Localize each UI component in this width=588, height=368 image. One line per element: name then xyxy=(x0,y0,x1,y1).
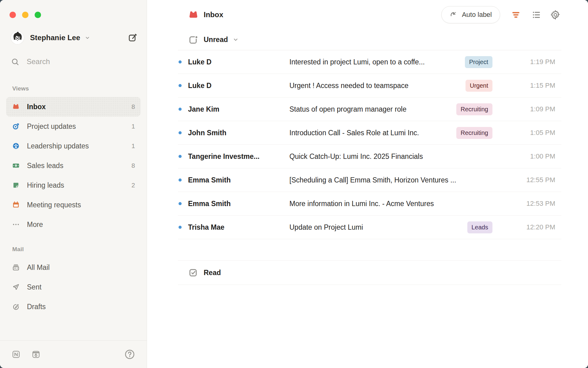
sidebar-item-label: Meeting requests xyxy=(27,201,135,209)
email-subject: Quick Catch-Up: Lumi Inc. 2025 Financial… xyxy=(289,152,485,161)
notion-logo-icon[interactable] xyxy=(12,350,21,359)
settings-gear-icon[interactable] xyxy=(550,10,560,20)
unread-icon xyxy=(188,35,199,45)
read-section-label: Read xyxy=(204,269,221,277)
email-row[interactable]: Emma Smith More information in Lumi Inc.… xyxy=(178,192,561,216)
views-list: Inbox 8 Project updates 1 Leadership upd… xyxy=(6,97,141,234)
sidebar-item-count: 1 xyxy=(131,142,135,150)
search-input[interactable]: Search xyxy=(11,55,50,68)
email-subject: Update on Project Lumi xyxy=(289,223,460,232)
email-time: 12:53 PM xyxy=(492,200,561,208)
email-row[interactable]: Emma Smith [Scheduling a Call] Emma Smit… xyxy=(178,168,561,192)
email-sender: Emma Smith xyxy=(188,176,289,184)
email-subject: Urgent ! Access needed to teamspace xyxy=(289,82,458,90)
sidebar-item-more[interactable]: More xyxy=(6,215,141,234)
email-sender: Luke D xyxy=(188,82,289,90)
compose-button[interactable] xyxy=(128,33,138,43)
inbox-icon xyxy=(188,10,198,20)
views-section-label: Views xyxy=(6,82,141,97)
sidebar-item-meeting-requests[interactable]: Meeting requests xyxy=(6,195,141,215)
auto-label-button[interactable]: Auto label xyxy=(441,6,500,23)
list-view-icon[interactable] xyxy=(532,10,541,20)
draft-icon xyxy=(12,303,20,310)
banknote-icon xyxy=(12,162,20,169)
email-sender: Luke D xyxy=(188,58,289,66)
unread-dot-icon xyxy=(179,131,182,134)
mail-list: All Mail Sent Drafts xyxy=(6,258,141,316)
sidebar-item-project-updates[interactable]: Project updates 1 xyxy=(6,117,141,136)
email-time: 1:15 PM xyxy=(492,82,561,90)
email-subject: Status of open program manager role xyxy=(289,105,449,113)
mail-section-label: Mail xyxy=(6,242,141,258)
email-label-badge: Urgent xyxy=(466,80,492,92)
help-icon[interactable] xyxy=(124,349,135,360)
email-label-badge: Leads xyxy=(467,221,493,233)
zoom-window-button[interactable] xyxy=(35,12,41,18)
sidebar-item-all-mail[interactable]: All Mail xyxy=(6,258,141,277)
sidebar-item-sent[interactable]: Sent xyxy=(6,277,141,297)
unread-dot-icon xyxy=(179,84,182,87)
email-sender: Trisha Mae xyxy=(188,223,289,232)
email-list-panel: Unread Luke D Interested in project Lumi… xyxy=(178,29,561,285)
sidebar-item-count: 8 xyxy=(131,162,135,169)
account-name[interactable]: Stephanie Lee xyxy=(30,33,80,42)
email-time: 1:00 PM xyxy=(492,152,561,160)
sidebar-item-label: More xyxy=(27,220,135,229)
minimize-window-button[interactable] xyxy=(22,12,28,18)
email-label-badge: Project xyxy=(465,56,492,68)
sidebar: Stephanie Lee Search Views Inbox 8 Proje… xyxy=(0,0,147,368)
note-icon xyxy=(12,182,20,189)
avatar xyxy=(11,31,24,44)
email-subject: [Scheduling a Call] Emma Smith, Horizon … xyxy=(289,176,485,184)
email-row[interactable]: Jane Kim Status of open program manager … xyxy=(178,98,561,121)
sidebar-item-sales-leads[interactable]: Sales leads 8 xyxy=(6,156,141,175)
unread-dot-icon xyxy=(179,178,182,182)
sidebar-item-label: Inbox xyxy=(27,103,131,111)
email-sender: Tangerine Investme... xyxy=(188,152,289,161)
close-window-button[interactable] xyxy=(9,12,16,18)
unread-chevron-down-icon[interactable] xyxy=(232,36,239,43)
email-sender: Jane Kim xyxy=(188,105,289,113)
sidebar-item-leadership-updates[interactable]: Leadership updates 1 xyxy=(6,136,141,156)
email-row[interactable]: Tangerine Investme... Quick Catch-Up: Lu… xyxy=(178,145,561,168)
unread-email-list: Luke D Interested in project Lumi, open … xyxy=(178,50,561,239)
sidebar-item-count: 2 xyxy=(131,182,135,189)
email-subject: Introduction Call - Sales Role at Lumi I… xyxy=(289,129,449,137)
filter-icon[interactable] xyxy=(511,10,521,20)
email-time: 12:20 PM xyxy=(492,223,561,231)
email-row[interactable]: Trisha Mae Update on Project Lumi Leads … xyxy=(178,216,561,239)
email-sender: John Smith xyxy=(188,129,289,137)
unread-section-label: Unread xyxy=(204,36,228,44)
account-chevron-down-icon[interactable] xyxy=(85,35,90,41)
unread-section-header[interactable]: Unread xyxy=(178,29,561,50)
calendar-icon xyxy=(12,201,20,209)
email-time: 1:19 PM xyxy=(492,58,561,66)
calendar-app-icon[interactable] xyxy=(32,350,40,359)
sidebar-item-drafts[interactable]: Drafts xyxy=(6,297,141,316)
email-label-badge: Recruiting xyxy=(456,103,492,115)
sidebar-item-label: Drafts xyxy=(27,303,135,311)
email-subject: Interested in project Lumi, open to a co… xyxy=(289,58,458,66)
email-label-badge: Recruiting xyxy=(456,127,492,139)
target-icon xyxy=(12,123,20,130)
mailstack-icon xyxy=(12,264,20,271)
page-title: Inbox xyxy=(204,10,223,19)
sidebar-item-label: Hiring leads xyxy=(27,181,131,190)
email-row[interactable]: John Smith Introduction Call - Sales Rol… xyxy=(178,121,561,145)
email-row[interactable]: Luke D Urgent ! Access needed to teamspa… xyxy=(178,74,561,98)
sidebar-item-label: Sales leads xyxy=(27,162,131,170)
search-icon xyxy=(11,58,19,66)
email-row[interactable]: Luke D Interested in project Lumi, open … xyxy=(178,50,561,74)
sidebar-item-label: Sent xyxy=(27,283,135,291)
window-controls xyxy=(9,12,41,18)
sidebar-item-count: 1 xyxy=(131,123,135,130)
person-icon xyxy=(12,142,20,150)
unread-dot-icon xyxy=(179,202,182,205)
sidebar-item-inbox[interactable]: Inbox 8 xyxy=(6,97,141,117)
unread-dot-icon xyxy=(179,108,182,111)
sidebar-item-hiring-leads[interactable]: Hiring leads 2 xyxy=(6,175,141,195)
email-time: 1:09 PM xyxy=(492,105,561,113)
read-section-header[interactable]: Read xyxy=(178,260,561,285)
unread-dot-icon xyxy=(179,226,182,229)
main-header: Inbox Auto label xyxy=(147,0,588,29)
